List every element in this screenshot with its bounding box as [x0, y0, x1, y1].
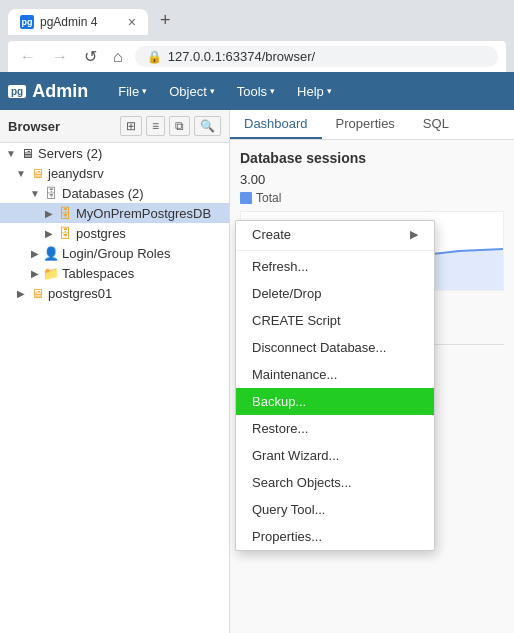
tab-close-button[interactable]: × [128, 14, 136, 30]
forward-button[interactable]: → [48, 46, 72, 68]
db-sessions-value: 3.00 [240, 172, 504, 187]
legend-label: Total [256, 191, 281, 205]
tree-toggle-databases: ▼ [28, 188, 42, 199]
favicon: pg [20, 15, 34, 29]
chart-legend: Total [240, 191, 504, 205]
panel-tabs: Dashboard Properties SQL [230, 110, 514, 140]
refresh-button[interactable]: ↺ [80, 45, 101, 68]
tree-label-postgres: postgres [74, 226, 126, 241]
ctx-disconnect[interactable]: Disconnect Database... [236, 334, 434, 361]
server-icon-jeanydsrv: 🖥 [28, 165, 46, 181]
sidebar-table-icon[interactable]: ⊞ [120, 116, 142, 136]
ctx-restore-label: Restore... [252, 421, 308, 436]
menu-object-chevron: ▾ [210, 86, 215, 96]
server-icon-postgres01: 🖥 [28, 285, 46, 301]
tab-dashboard[interactable]: Dashboard [230, 110, 322, 139]
sidebar: Browser ⊞ ≡ ⧉ 🔍 ▼ 🖥 Servers (2) ▼ 🖥 jean… [0, 110, 230, 633]
menu-file[interactable]: File ▾ [108, 80, 157, 103]
ctx-delete[interactable]: Delete/Drop [236, 280, 434, 307]
tree-item-postgres01[interactable]: ▶ 🖥 postgres01 [0, 283, 229, 303]
context-menu: Create ▶ Refresh... Delete/Drop CREATE S… [235, 220, 435, 551]
ctx-restore[interactable]: Restore... [236, 415, 434, 442]
tree-label-jeanydsrv: jeanydsrv [46, 166, 104, 181]
tree-item-myonprem[interactable]: ▶ 🗄 MyOnPremPostgresDB [0, 203, 229, 223]
login-icon: 👤 [42, 245, 60, 261]
tree-item-postgres[interactable]: ▶ 🗄 postgres [0, 223, 229, 243]
menu-tools-chevron: ▾ [270, 86, 275, 96]
ctx-create-script[interactable]: CREATE Script [236, 307, 434, 334]
tree-toggle-tablespaces: ▶ [28, 268, 42, 279]
menu-file-chevron: ▾ [142, 86, 147, 96]
tab-properties[interactable]: Properties [322, 110, 409, 139]
tree-label-tablespaces: Tablespaces [60, 266, 134, 281]
ctx-backup[interactable]: Backup... [236, 388, 434, 415]
database-icon-postgres: 🗄 [56, 225, 74, 241]
back-button[interactable]: ← [16, 46, 40, 68]
ctx-create[interactable]: Create ▶ [236, 221, 434, 248]
menu-file-label: File [118, 84, 139, 99]
menu-tools[interactable]: Tools ▾ [227, 80, 285, 103]
database-icon-myonprem: 🗄 [56, 205, 74, 221]
url-field[interactable]: 🔒 127.0.0.1:63374/browser/ [135, 46, 498, 67]
ctx-delete-label: Delete/Drop [252, 286, 321, 301]
ctx-query-tool[interactable]: Query Tool... [236, 496, 434, 523]
browser-tab[interactable]: pg pgAdmin 4 × [8, 9, 148, 35]
address-bar: ← → ↺ ⌂ 🔒 127.0.0.1:63374/browser/ [8, 41, 506, 72]
tree-item-jeanydsrv[interactable]: ▼ 🖥 jeanydsrv [0, 163, 229, 183]
menu-object-label: Object [169, 84, 207, 99]
tree-item-databases[interactable]: ▼ 🗄 Databases (2) [0, 183, 229, 203]
sidebar-title: Browser [8, 119, 116, 134]
menu-help[interactable]: Help ▾ [287, 80, 342, 103]
ctx-grant-wizard[interactable]: Grant Wizard... [236, 442, 434, 469]
sidebar-filter-icon[interactable]: ⧉ [169, 116, 190, 136]
tree-toggle-jeanydsrv: ▼ [14, 168, 28, 179]
ctx-query-tool-label: Query Tool... [252, 502, 325, 517]
menu-help-label: Help [297, 84, 324, 99]
ctx-disconnect-label: Disconnect Database... [252, 340, 386, 355]
ctx-refresh-label: Refresh... [252, 259, 308, 274]
ctx-create-label: Create [252, 227, 291, 242]
tree-toggle-servers: ▼ [4, 148, 18, 159]
tab-sql[interactable]: SQL [409, 110, 463, 139]
server-icon: 🖥 [18, 145, 36, 161]
app-logo: pg Admin [8, 81, 88, 102]
tree-label-postgres01: postgres01 [46, 286, 112, 301]
tab-label: pgAdmin 4 [40, 15, 97, 29]
database-icon: 🗄 [42, 185, 60, 201]
tablespace-icon: 📁 [42, 265, 60, 281]
tree-item-tablespaces[interactable]: ▶ 📁 Tablespaces [0, 263, 229, 283]
ctx-refresh[interactable]: Refresh... [236, 253, 434, 280]
tree-toggle-postgres01: ▶ [14, 288, 28, 299]
tree-label-login: Login/Group Roles [60, 246, 170, 261]
tree-toggle-myonprem: ▶ [42, 208, 56, 219]
sidebar-header: Browser ⊞ ≡ ⧉ 🔍 [0, 110, 229, 143]
ctx-properties-label: Properties... [252, 529, 322, 544]
browser-chrome: pg pgAdmin 4 × + ← → ↺ ⌂ 🔒 127.0.0.1:633… [0, 0, 514, 72]
tree-toggle-postgres: ▶ [42, 228, 56, 239]
tree-label-servers: Servers (2) [36, 146, 102, 161]
tree-item-login-roles[interactable]: ▶ 👤 Login/Group Roles [0, 243, 229, 263]
tree-toggle-login: ▶ [28, 248, 42, 259]
ctx-backup-label: Backup... [252, 394, 306, 409]
sidebar-search-icon[interactable]: 🔍 [194, 116, 221, 136]
menu-tools-label: Tools [237, 84, 267, 99]
ctx-maintenance-label: Maintenance... [252, 367, 337, 382]
menu-help-chevron: ▾ [327, 86, 332, 96]
ctx-grant-wizard-label: Grant Wizard... [252, 448, 339, 463]
ctx-search-objects-label: Search Objects... [252, 475, 352, 490]
tree-label-myonprem: MyOnPremPostgresDB [74, 206, 211, 221]
ctx-create-script-label: CREATE Script [252, 313, 341, 328]
tree-item-servers[interactable]: ▼ 🖥 Servers (2) [0, 143, 229, 163]
menu-object[interactable]: Object ▾ [159, 80, 225, 103]
sidebar-list-icon[interactable]: ≡ [146, 116, 165, 136]
ctx-properties[interactable]: Properties... [236, 523, 434, 550]
app-name: Admin [32, 81, 88, 102]
ctx-search-objects[interactable]: Search Objects... [236, 469, 434, 496]
legend-dot [240, 192, 252, 204]
home-button[interactable]: ⌂ [109, 46, 127, 68]
new-tab-button[interactable]: + [152, 6, 179, 35]
url-text: 127.0.0.1:63374/browser/ [168, 49, 315, 64]
db-sessions-title: Database sessions [240, 150, 504, 166]
tab-bar: pg pgAdmin 4 × + ← → ↺ ⌂ 🔒 127.0.0.1:633… [0, 0, 514, 72]
ctx-maintenance[interactable]: Maintenance... [236, 361, 434, 388]
